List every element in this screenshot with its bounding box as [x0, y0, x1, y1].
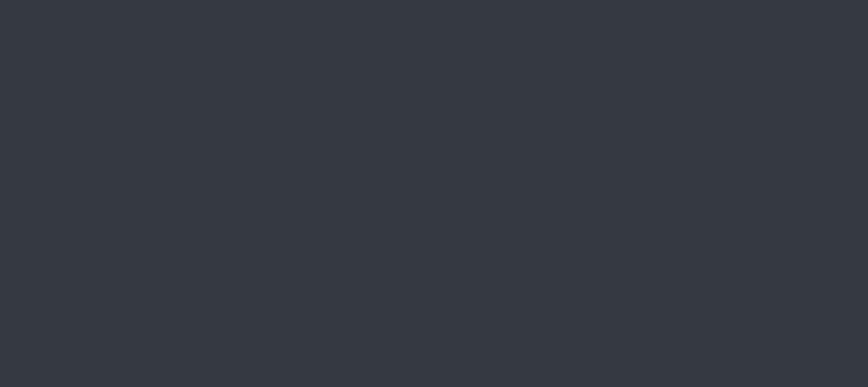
connector-lines — [0, 0, 868, 387]
filesystem-tree-diagram — [0, 0, 868, 387]
